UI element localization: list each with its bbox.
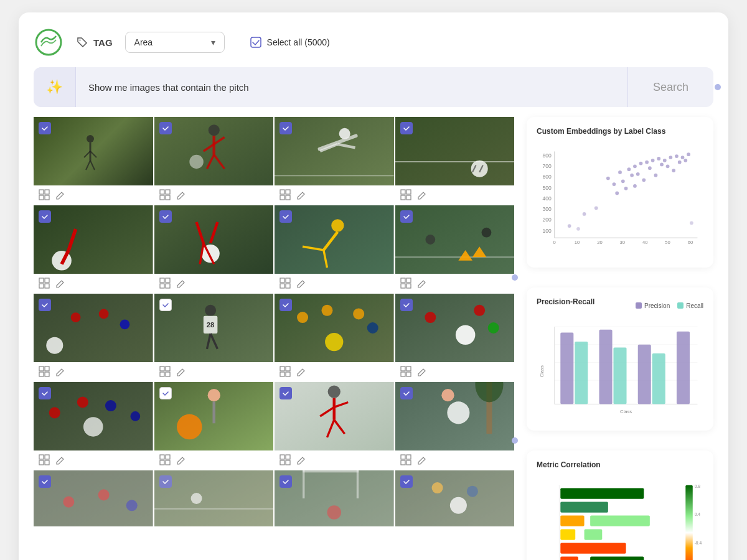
scatter-chart-svg: 800 700 600 500 400 300 200 100 0 10 20 … <box>537 143 703 255</box>
image-checkbox[interactable] <box>39 299 51 311</box>
magic-search-button[interactable]: ✨ <box>34 67 76 107</box>
image-checkbox[interactable] <box>400 122 413 134</box>
edit-icon[interactable] <box>55 454 66 465</box>
image-checkbox[interactable] <box>400 210 413 223</box>
image-cell[interactable] <box>154 382 274 469</box>
expand-icon[interactable] <box>39 278 50 289</box>
edit-icon[interactable] <box>55 278 66 289</box>
image-cell[interactable] <box>34 294 153 381</box>
svg-point-169 <box>449 497 466 514</box>
sport-image-svg <box>68 126 118 176</box>
image-cell[interactable] <box>275 470 394 526</box>
precision-recall-card: Precision-Recall Precision Recall <box>527 287 713 431</box>
image-cell[interactable] <box>395 382 515 469</box>
logo <box>34 27 63 57</box>
edit-icon[interactable] <box>176 454 187 465</box>
image-cell[interactable] <box>275 382 394 469</box>
image-checkbox[interactable] <box>280 122 292 134</box>
image-cell[interactable] <box>395 117 515 204</box>
image-checkbox[interactable] <box>159 475 172 488</box>
search-bar: ✨ Search <box>34 67 713 107</box>
expand-icon[interactable] <box>400 454 411 465</box>
expand-icon[interactable] <box>280 278 291 289</box>
sport-svg <box>275 205 394 274</box>
edit-icon[interactable] <box>296 189 307 200</box>
svg-rect-232 <box>613 348 626 404</box>
image-cell[interactable] <box>154 117 274 204</box>
search-button[interactable]: Search <box>627 67 713 107</box>
image-cell[interactable] <box>395 470 515 526</box>
sport-svg: 28 <box>154 294 274 362</box>
edit-icon[interactable] <box>416 189 428 200</box>
image-actions <box>395 362 515 381</box>
image-checkbox[interactable] <box>159 387 172 399</box>
expand-icon[interactable] <box>280 189 291 200</box>
image-checkbox[interactable] <box>280 210 292 223</box>
svg-rect-66 <box>280 278 284 282</box>
search-input[interactable] <box>76 67 627 107</box>
image-checkbox[interactable] <box>280 475 292 488</box>
expand-icon[interactable] <box>39 189 50 200</box>
image-cell[interactable] <box>275 294 394 381</box>
svg-rect-233 <box>638 345 651 404</box>
image-checkbox[interactable] <box>159 299 172 311</box>
check-icon <box>41 124 49 132</box>
image-cell[interactable] <box>154 205 274 292</box>
image-placeholder <box>154 470 274 526</box>
svg-rect-33 <box>286 190 290 194</box>
image-checkbox[interactable] <box>39 210 51 223</box>
image-grid-section: 28 <box>34 117 514 560</box>
expand-icon[interactable] <box>280 366 291 377</box>
image-checkbox[interactable] <box>280 387 292 399</box>
edit-icon[interactable] <box>176 366 187 377</box>
svg-text:600: 600 <box>543 174 552 180</box>
expand-icon[interactable] <box>400 189 411 200</box>
image-cell[interactable] <box>34 382 153 469</box>
image-checkbox[interactable] <box>280 299 292 311</box>
expand-icon[interactable] <box>400 366 411 377</box>
expand-icon[interactable] <box>159 454 171 465</box>
expand-icon[interactable] <box>400 278 411 289</box>
image-checkbox[interactable] <box>39 122 51 134</box>
area-dropdown[interactable]: Area ▾ <box>125 32 225 53</box>
expand-icon[interactable] <box>159 189 171 200</box>
edit-icon[interactable] <box>416 454 428 465</box>
edit-icon[interactable] <box>416 366 428 377</box>
image-checkbox[interactable] <box>159 122 172 134</box>
expand-icon[interactable] <box>39 454 50 465</box>
expand-icon[interactable] <box>159 366 171 377</box>
edit-icon[interactable] <box>176 189 187 200</box>
svg-rect-166 <box>357 470 359 498</box>
dropdown-value: Area <box>134 37 153 47</box>
edit-icon[interactable] <box>176 278 187 289</box>
expand-icon[interactable] <box>280 454 291 465</box>
image-cell[interactable] <box>275 205 394 292</box>
select-all-button[interactable]: Select all (5000) <box>250 36 330 49</box>
svg-text:60: 60 <box>688 240 693 245</box>
recall-color <box>677 302 684 309</box>
image-cell[interactable]: 28 <box>154 294 274 381</box>
edit-icon[interactable] <box>55 366 66 377</box>
edit-icon[interactable] <box>296 278 307 289</box>
image-checkbox[interactable] <box>39 475 51 488</box>
edit-icon[interactable] <box>296 366 307 377</box>
edit-icon[interactable] <box>55 189 66 200</box>
edit-icon[interactable] <box>296 454 307 465</box>
edit-icon[interactable] <box>416 278 428 289</box>
svg-point-104 <box>367 322 378 334</box>
image-cell[interactable] <box>34 205 153 292</box>
expand-icon[interactable] <box>39 366 50 377</box>
image-cell[interactable] <box>395 205 515 292</box>
image-cell[interactable] <box>34 470 153 526</box>
image-cell[interactable] <box>395 294 515 381</box>
expand-icon[interactable] <box>159 278 171 289</box>
image-checkbox[interactable] <box>400 387 413 399</box>
image-checkbox[interactable] <box>39 387 51 399</box>
image-checkbox[interactable] <box>400 475 413 488</box>
image-cell[interactable] <box>154 470 274 526</box>
image-checkbox[interactable] <box>159 210 172 223</box>
image-cell[interactable] <box>34 117 153 204</box>
image-checkbox[interactable] <box>400 299 413 311</box>
image-cell[interactable] <box>275 117 394 204</box>
svg-point-207 <box>660 163 664 167</box>
